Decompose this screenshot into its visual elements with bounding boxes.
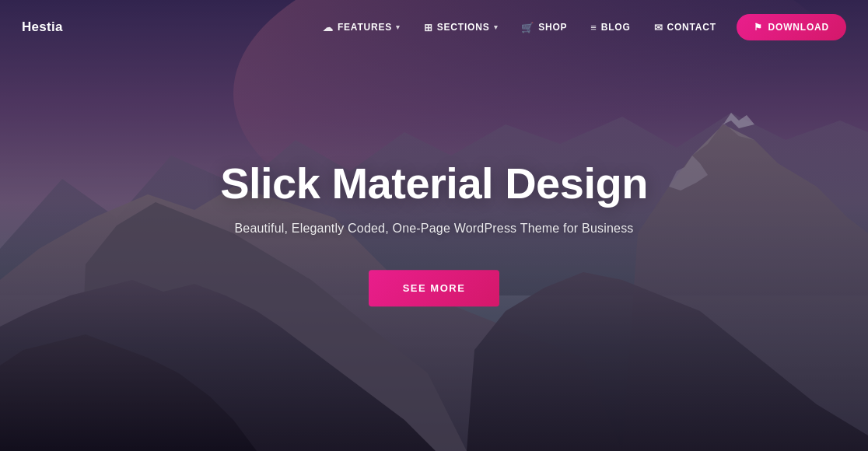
nav-item-contact[interactable]: ✉ CONTACT <box>645 16 726 40</box>
nav-item-blog[interactable]: ≡ BLOG <box>581 16 639 40</box>
nav-item-shop[interactable]: 🛒 SHOP <box>512 16 576 40</box>
cloud-icon: ☁ <box>323 22 334 33</box>
nav-links: ☁ FEATURES ▾ ⊞ SECTIONS ▾ 🛒 SHOP ≡ BLOG … <box>313 14 846 40</box>
list-icon: ≡ <box>590 22 597 33</box>
navbar: Hestia ☁ FEATURES ▾ ⊞ SECTIONS ▾ 🛒 SHOP … <box>0 0 868 54</box>
nav-features-label: FEATURES <box>338 22 392 33</box>
hero-section: Hestia ☁ FEATURES ▾ ⊞ SECTIONS ▾ 🛒 SHOP … <box>0 0 868 451</box>
chevron-down-icon: ▾ <box>396 23 401 31</box>
hero-title: Slick Material Design <box>123 159 745 208</box>
cart-icon: 🛒 <box>521 22 534 33</box>
nav-item-sections[interactable]: ⊞ SECTIONS ▾ <box>415 16 507 40</box>
hero-content: Slick Material Design Beautiful, Elegant… <box>123 159 745 306</box>
nav-sections-label: SECTIONS <box>437 22 490 33</box>
download-button[interactable]: ⚑ DOWNLOAD <box>737 14 846 40</box>
flag-icon: ⚑ <box>754 22 763 33</box>
chevron-down-icon-2: ▾ <box>494 23 499 31</box>
nav-shop-label: SHOP <box>538 22 567 33</box>
see-more-button[interactable]: SEE MORE <box>369 270 500 306</box>
nav-contact-label: CONTACT <box>667 22 716 33</box>
download-label: DOWNLOAD <box>768 22 829 33</box>
grid-icon: ⊞ <box>424 22 433 33</box>
nav-item-features[interactable]: ☁ FEATURES ▾ <box>313 16 410 40</box>
brand-logo[interactable]: Hestia <box>22 19 63 35</box>
nav-blog-label: BLOG <box>601 22 631 33</box>
mail-icon: ✉ <box>654 22 663 33</box>
hero-subtitle: Beautiful, Elegantly Coded, One-Page Wor… <box>123 222 745 236</box>
